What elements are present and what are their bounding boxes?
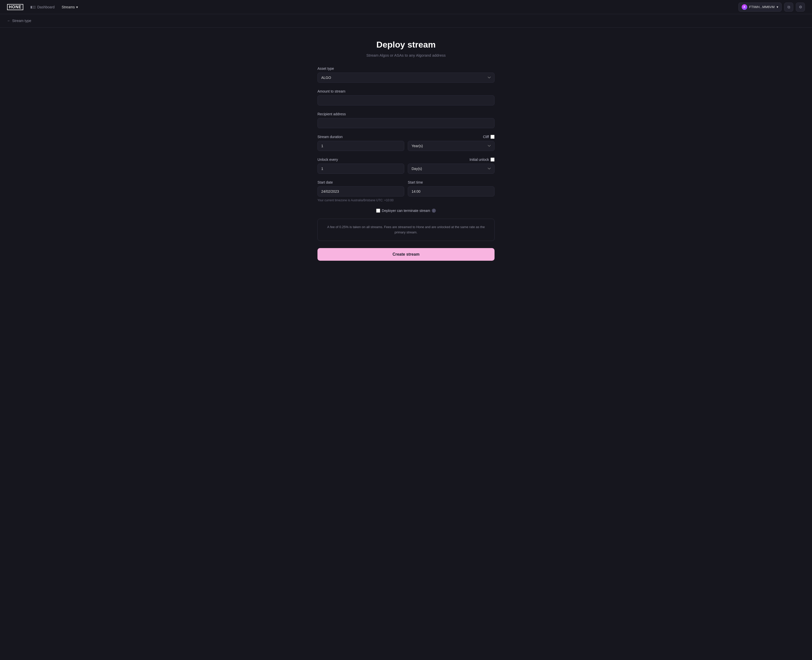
initial-unlock-row: Initial unlock: [469, 157, 494, 162]
dashboard-label: Dashboard: [37, 5, 55, 9]
asset-type-label: Asset type: [318, 67, 494, 71]
cliff-label-text: Cliff: [483, 135, 489, 139]
start-datetime-group: Start date Start time Your current timez…: [318, 180, 494, 202]
amount-label: Amount to stream: [318, 89, 494, 93]
initial-unlock-checkbox[interactable]: [491, 157, 494, 162]
start-time-input[interactable]: [408, 186, 494, 197]
fee-notice-text: A fee of 0.25% is taken on all streams. …: [327, 225, 485, 234]
duration-group: Stream duration Cliff Day(s) Week(s) Mon…: [318, 135, 494, 151]
amount-input[interactable]: [318, 95, 494, 105]
chevron-down-icon: ▾: [777, 5, 779, 9]
back-arrow-icon: ←: [7, 19, 11, 23]
deploy-stream-form: Deploy stream Stream Algos or ASAs to an…: [318, 40, 494, 261]
navbar-left: HONE ▮▯▯ Dashboard Streams ▾: [7, 4, 78, 10]
asset-type-select[interactable]: ALGO ASA: [318, 73, 494, 82]
unlock-label: Unlock every: [318, 157, 338, 162]
unlock-inputs: Day(s) Week(s) Month(s) Year(s): [318, 163, 494, 174]
account-button[interactable]: A FTIWH...MM6VM ▾: [738, 3, 782, 12]
breadcrumb-label: Stream type: [12, 19, 31, 23]
logo: HONE: [7, 4, 23, 10]
start-date-label: Start date: [318, 180, 404, 184]
unlock-group: Unlock every Initial unlock Day(s) Week(…: [318, 157, 494, 174]
navbar-right: A FTIWH...MM6VM ▾ ⧉ ⚙: [738, 3, 805, 12]
amount-group: Amount to stream: [318, 89, 494, 105]
start-time-col: Start time: [408, 180, 494, 197]
dashboard-nav-item[interactable]: ▮▯▯ Dashboard: [30, 5, 55, 9]
terminate-checkbox[interactable]: [376, 209, 380, 213]
terminate-row: Deployer can terminate stream i: [318, 209, 494, 213]
unlock-header: Unlock every Initial unlock: [318, 157, 494, 162]
duration-header: Stream duration Cliff: [318, 135, 494, 139]
terminate-label-text: Deployer can terminate stream: [382, 209, 430, 213]
unlock-value-input[interactable]: [318, 163, 404, 174]
account-label: FTIWH...MM6VM: [749, 5, 775, 9]
settings-button[interactable]: ⚙: [796, 3, 805, 12]
asset-type-group: Asset type ALGO ASA: [318, 67, 494, 82]
recipient-label: Recipient address: [318, 112, 494, 116]
chevron-down-icon: ▾: [76, 5, 78, 9]
page-subtitle: Stream Algos or ASAs to any Algorand add…: [318, 53, 494, 57]
unlock-unit-select[interactable]: Day(s) Week(s) Month(s) Year(s): [408, 163, 494, 174]
back-link[interactable]: ← Stream type: [7, 19, 31, 23]
gear-icon: ⚙: [799, 5, 802, 10]
page-title: Deploy stream: [318, 40, 494, 49]
copy-button[interactable]: ⧉: [784, 3, 793, 12]
start-date-input[interactable]: [318, 186, 404, 197]
streams-nav-item[interactable]: Streams ▾: [62, 5, 78, 9]
fee-notice: A fee of 0.25% is taken on all streams. …: [318, 219, 494, 241]
start-date-col: Start date: [318, 180, 404, 197]
main-content: Deploy stream Stream Algos or ASAs to an…: [0, 27, 812, 276]
breadcrumb: ← Stream type: [0, 14, 812, 27]
duration-label: Stream duration: [318, 135, 343, 139]
dashboard-icon: ▮▯▯: [30, 5, 36, 9]
duration-unit-select[interactable]: Day(s) Week(s) Month(s) Year(s): [408, 141, 494, 151]
create-stream-button[interactable]: Create stream: [318, 248, 494, 261]
start-time-label: Start time: [408, 180, 494, 184]
cliff-checkbox[interactable]: [491, 135, 494, 139]
streams-label: Streams: [62, 5, 75, 9]
avatar: A: [742, 4, 747, 10]
copy-icon: ⧉: [787, 5, 790, 10]
navbar: HONE ▮▯▯ Dashboard Streams ▾ A FTIWH...M…: [0, 0, 812, 14]
info-icon[interactable]: i: [432, 209, 436, 213]
duration-inputs: Day(s) Week(s) Month(s) Year(s): [318, 141, 494, 151]
create-stream-label: Create stream: [392, 252, 420, 256]
recipient-group: Recipient address: [318, 112, 494, 128]
recipient-input[interactable]: [318, 118, 494, 128]
cliff-row: Cliff: [483, 135, 494, 139]
duration-value-input[interactable]: [318, 141, 404, 151]
start-datetime-inputs: Start date Start time: [318, 180, 494, 197]
terminate-label: Deployer can terminate stream i: [376, 209, 435, 213]
timezone-note: Your current timezone is Australia/Brisb…: [318, 198, 494, 202]
initial-unlock-label-text: Initial unlock: [469, 157, 489, 162]
